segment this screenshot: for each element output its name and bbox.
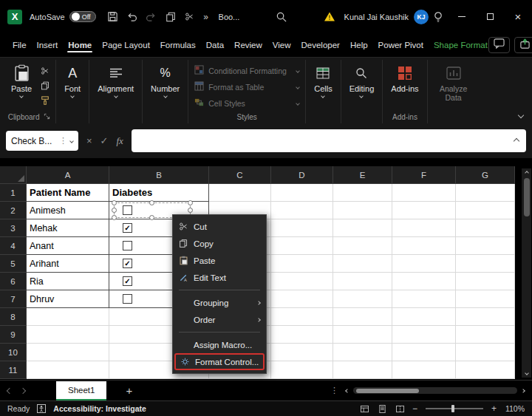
horizontal-scrollbar[interactable] bbox=[353, 387, 517, 394]
context-menu-item-edit-text[interactable]: AEdit Text bbox=[173, 269, 266, 286]
cell-D3[interactable] bbox=[271, 219, 333, 237]
column-header-d[interactable]: D bbox=[271, 166, 333, 184]
cell-E9[interactable] bbox=[333, 326, 392, 344]
context-menu-item-order[interactable]: Order bbox=[173, 311, 266, 328]
cell-F7[interactable] bbox=[392, 290, 456, 308]
page-layout-view-icon[interactable] bbox=[377, 405, 389, 413]
selection-handle[interactable] bbox=[188, 200, 193, 205]
warning-icon[interactable] bbox=[321, 7, 338, 27]
cell-E5[interactable] bbox=[333, 255, 392, 273]
menu-tab-data[interactable]: Data bbox=[205, 35, 225, 55]
cell-G5[interactable] bbox=[456, 255, 515, 273]
cell-D8[interactable] bbox=[271, 308, 333, 326]
menu-tab-page-layout[interactable]: Page Layout bbox=[101, 35, 151, 55]
zoom-slider-thumb[interactable] bbox=[451, 405, 454, 412]
autosave-switch[interactable]: Off bbox=[69, 11, 96, 22]
cell-E11[interactable] bbox=[333, 361, 392, 379]
copy-icon[interactable] bbox=[162, 7, 180, 27]
diabetes-checkbox-dhruv[interactable] bbox=[123, 294, 132, 304]
vertical-scrollbar[interactable] bbox=[522, 168, 531, 378]
autosave-toggle[interactable]: AutoSave Off bbox=[30, 11, 96, 22]
selection-handle[interactable] bbox=[188, 208, 193, 213]
cell-A5[interactable]: Arihant bbox=[27, 255, 109, 273]
cell-A9[interactable] bbox=[27, 326, 109, 344]
diabetes-checkbox-animesh[interactable] bbox=[123, 205, 132, 215]
column-header-g[interactable]: G bbox=[456, 166, 515, 184]
minimize-button[interactable] bbox=[448, 0, 476, 33]
cell-E7[interactable] bbox=[333, 290, 392, 308]
row-header-11[interactable]: 11 bbox=[0, 361, 27, 379]
cell-G4[interactable] bbox=[456, 237, 515, 255]
cell-B1[interactable]: Diabetes bbox=[109, 184, 209, 202]
row-header-9[interactable]: 9 bbox=[0, 326, 27, 344]
cell-G1[interactable] bbox=[456, 184, 515, 202]
analyze-data-button[interactable]: Analyze Data bbox=[432, 61, 476, 104]
selection-handle[interactable] bbox=[112, 208, 117, 213]
save-icon[interactable] bbox=[104, 7, 122, 27]
more-commands-icon[interactable]: » bbox=[200, 7, 212, 27]
menu-tab-review[interactable]: Review bbox=[233, 35, 263, 55]
context-menu-item-paste[interactable]: Paste bbox=[173, 252, 266, 269]
menu-tab-insert[interactable]: Insert bbox=[36, 35, 59, 55]
cell-D1[interactable] bbox=[271, 184, 333, 202]
paste-button[interactable]: Paste bbox=[7, 61, 36, 100]
cell-E8[interactable] bbox=[333, 308, 392, 326]
diabetes-checkbox-ria[interactable]: ✓ bbox=[123, 276, 132, 286]
cell-E4[interactable] bbox=[333, 237, 392, 255]
copy-button[interactable] bbox=[38, 80, 52, 91]
menu-tab-formulas[interactable]: Formulas bbox=[160, 35, 197, 55]
cell-G10[interactable] bbox=[456, 344, 515, 361]
cell-F9[interactable] bbox=[392, 326, 456, 344]
context-menu-item-assign-macro[interactable]: Assign Macro... bbox=[173, 336, 266, 353]
user-name[interactable]: Kunal Jai Kaushik bbox=[344, 13, 409, 21]
column-header-e[interactable]: E bbox=[333, 166, 392, 184]
name-box-menu-icon[interactable]: ⋮ bbox=[59, 136, 67, 146]
cell-D11[interactable] bbox=[271, 361, 333, 379]
column-header-f[interactable]: F bbox=[392, 166, 456, 184]
cell-E1[interactable] bbox=[333, 184, 392, 202]
cell-D9[interactable] bbox=[271, 326, 333, 344]
cell-D6[interactable] bbox=[271, 273, 333, 290]
zoom-in-icon[interactable]: + bbox=[491, 403, 497, 414]
cell-E6[interactable] bbox=[333, 273, 392, 290]
cell-E2[interactable] bbox=[333, 202, 392, 219]
document-title[interactable]: Boo... bbox=[219, 13, 240, 21]
cell-D5[interactable] bbox=[271, 255, 333, 273]
hscroll-right-icon[interactable] bbox=[521, 389, 525, 393]
sheet-nav-right-icon[interactable] bbox=[20, 387, 26, 393]
add-sheet-button[interactable]: + bbox=[126, 384, 132, 397]
cell-F10[interactable] bbox=[392, 344, 456, 361]
cell-A4[interactable]: Anant bbox=[27, 237, 109, 255]
row-header-1[interactable]: 1 bbox=[0, 184, 27, 202]
selection-handle[interactable] bbox=[149, 200, 154, 205]
formula-input[interactable] bbox=[132, 129, 526, 152]
alignment-button[interactable]: Alignment bbox=[93, 61, 138, 100]
vertical-scroll-thumb[interactable] bbox=[524, 178, 530, 216]
cell-G7[interactable] bbox=[456, 290, 515, 308]
page-break-view-icon[interactable] bbox=[395, 405, 406, 413]
cell-D7[interactable] bbox=[271, 290, 333, 308]
hscroll-left-icon[interactable] bbox=[345, 389, 349, 393]
name-box[interactable]: Check B... ⋮ bbox=[6, 131, 78, 151]
cell-G6[interactable] bbox=[456, 273, 515, 290]
cell-F11[interactable] bbox=[392, 361, 456, 379]
select-all-corner[interactable] bbox=[0, 166, 27, 184]
cells-button[interactable]: Cells bbox=[310, 61, 336, 100]
tabbar-more-icon[interactable]: ⋮ bbox=[330, 386, 338, 395]
zoom-level[interactable]: 110% bbox=[505, 404, 525, 413]
cut-button[interactable] bbox=[38, 65, 52, 76]
row-header-3[interactable]: 3 bbox=[0, 219, 27, 237]
row-header-4[interactable]: 4 bbox=[0, 237, 27, 255]
avatar[interactable]: KJ bbox=[414, 10, 429, 24]
cell-A10[interactable] bbox=[27, 344, 109, 361]
cell-F1[interactable] bbox=[392, 184, 456, 202]
context-menu-item-grouping[interactable]: Grouping bbox=[173, 294, 266, 311]
menu-tab-home[interactable]: Home bbox=[67, 35, 92, 55]
cancel-icon[interactable]: × bbox=[86, 135, 92, 146]
number-button[interactable]: %Number bbox=[146, 61, 184, 100]
conditional-formatting-button[interactable]: Conditional Formatting bbox=[192, 64, 301, 78]
diabetes-checkbox-arihant[interactable]: ✓ bbox=[123, 259, 132, 268]
font-button[interactable]: AFont bbox=[60, 61, 85, 100]
excel-logo-icon[interactable]: X bbox=[7, 10, 22, 24]
diabetes-checkbox-mehak[interactable]: ✓ bbox=[123, 223, 132, 233]
